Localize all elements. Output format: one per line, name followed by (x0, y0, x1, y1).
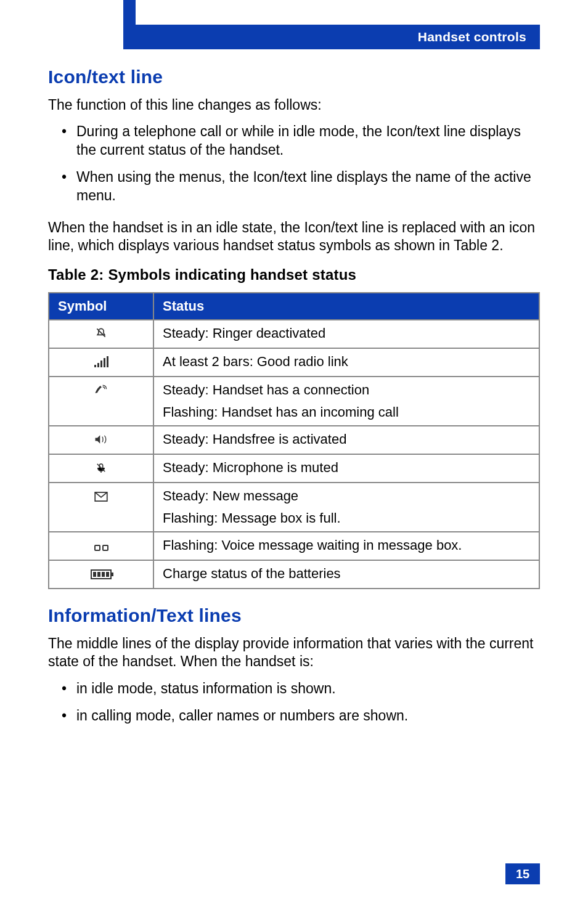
symbol-cell (49, 377, 153, 426)
symbol-cell (49, 483, 153, 532)
list-item: • in calling mode, caller names or numbe… (48, 707, 540, 725)
bullet-text: When using the menus, the Icon/text line… (76, 168, 540, 205)
table-row: Steady: Handset has a connection Flashin… (49, 377, 539, 426)
table-row: Steady: Ringer deactivated (49, 320, 539, 348)
bullet-text: in calling mode, caller names or numbers… (76, 707, 540, 725)
page: Handset controls Icon/text line The func… (0, 0, 588, 909)
section2-intro: The middle lines of the display provide … (48, 635, 540, 671)
table-row: Flashing: Voice message waiting in messa… (49, 532, 539, 560)
header-section-title: Handset controls (418, 30, 526, 44)
list-item: • When using the menus, the Icon/text li… (48, 168, 540, 205)
envelope-icon (94, 491, 108, 504)
sidebar-accent (123, 0, 136, 49)
symbol-cell (49, 348, 153, 377)
status-cell: Steady: Handset has a connection Flashin… (153, 377, 539, 426)
signal-bars-icon (94, 356, 108, 367)
section-heading-info-text-lines: Information/Text lines (48, 605, 540, 626)
battery-icon (91, 569, 112, 579)
section1-bullet-list: • During a telephone call or while in id… (48, 123, 540, 205)
status-cell: Steady: Handsfree is activated (153, 426, 539, 454)
section1-intro: The function of this line changes as fol… (48, 96, 540, 114)
status-line: Charge status of the batteries (163, 566, 530, 582)
section1-para2: When the handset is in an idle state, th… (48, 219, 540, 255)
symbols-table: Symbol Status Steady: Ringer deactivated (48, 292, 540, 589)
table-header-row: Symbol Status (49, 293, 539, 320)
status-line: Flashing: Message box is full. (163, 510, 530, 526)
status-cell: Steady: New message Flashing: Message bo… (153, 483, 539, 532)
table-row: At least 2 bars: Good radio link (49, 348, 539, 377)
symbol-cell (49, 560, 153, 589)
status-line: Steady: New message (163, 488, 530, 504)
list-item: • in idle mode, status information is sh… (48, 680, 540, 698)
status-line: Flashing: Voice message waiting in messa… (163, 537, 530, 553)
bullet-dot: • (48, 168, 76, 205)
col-header-status: Status (153, 293, 539, 320)
status-line: Steady: Ringer deactivated (163, 325, 530, 341)
symbol-cell (49, 426, 153, 454)
status-line: Steady: Handsfree is activated (163, 431, 530, 447)
header-banner: Handset controls (136, 25, 540, 49)
status-cell: Charge status of the batteries (153, 560, 539, 589)
page-number: 15 (505, 863, 540, 884)
table-row: Steady: Handsfree is activated (49, 426, 539, 454)
ringer-off-icon (95, 327, 107, 341)
symbol-cell (49, 532, 153, 560)
bullet-text: During a telephone call or while in idle… (76, 123, 540, 160)
section2: Information/Text lines The middle lines … (48, 605, 540, 725)
status-line: Steady: Microphone is muted (163, 460, 530, 476)
bullet-dot: • (48, 123, 76, 160)
handsfree-icon (94, 434, 108, 447)
bullet-text: in idle mode, status information is show… (76, 680, 540, 698)
list-item: • During a telephone call or while in id… (48, 123, 540, 160)
col-header-symbol: Symbol (49, 293, 153, 320)
table-row: Steady: Microphone is muted (49, 454, 539, 483)
table-row: Charge status of the batteries (49, 560, 539, 589)
symbol-cell (49, 454, 153, 483)
content-area: Icon/text line The function of this line… (48, 67, 540, 739)
bullet-dot: • (48, 680, 76, 698)
symbol-cell (49, 320, 153, 348)
status-line: Flashing: Handset has an incoming call (163, 404, 530, 420)
section-heading-icon-text-line: Icon/text line (48, 67, 540, 88)
status-cell: Steady: Microphone is muted (153, 454, 539, 483)
voicemail-tape-icon (94, 545, 108, 551)
status-line: Steady: Handset has a connection (163, 382, 530, 398)
table-row: Steady: New message Flashing: Message bo… (49, 483, 539, 532)
mic-muted-icon (96, 462, 107, 476)
section2-bullet-list: • in idle mode, status information is sh… (48, 680, 540, 725)
status-cell: At least 2 bars: Good radio link (153, 348, 539, 377)
table-title: Table 2: Symbols indicating handset stat… (48, 266, 540, 283)
handset-connection-icon (93, 383, 109, 398)
status-cell: Steady: Ringer deactivated (153, 320, 539, 348)
status-cell: Flashing: Voice message waiting in messa… (153, 532, 539, 560)
status-line: At least 2 bars: Good radio link (163, 354, 530, 370)
bullet-dot: • (48, 707, 76, 725)
